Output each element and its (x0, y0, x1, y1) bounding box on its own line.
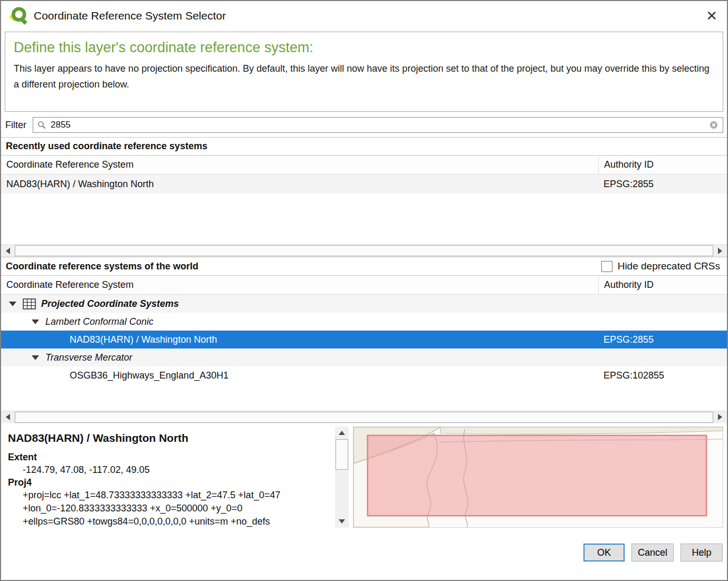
world-section-title: Coordinate reference systems of the worl… (6, 261, 198, 272)
grid-icon (23, 298, 36, 309)
scroll-right-icon[interactable] (713, 245, 727, 257)
recent-col-crs: Coordinate Reference System (1, 156, 598, 174)
proj4-line: +lon_0=-120.8333333333333 +x_0=500000 +y… (7, 502, 332, 515)
dialog-button-row: OK Cancel Help (1, 528, 727, 580)
tree-group-transverse-mercator[interactable]: Transverse Mercator (1, 348, 727, 366)
recent-col-authority: Authority ID (598, 156, 727, 174)
define-crs-heading: Define this layer's coordinate reference… (14, 40, 714, 56)
world-table-empty-area (1, 384, 727, 411)
bottom-panel: NAD83(HARN) / Washington North Extent -1… (5, 427, 723, 528)
scroll-down-icon[interactable] (335, 515, 349, 528)
scroll-right-icon[interactable] (713, 411, 727, 423)
world-horizontal-scrollbar[interactable] (1, 411, 727, 423)
tree-row-nad83-harn-washington-north[interactable]: NAD83(HARN) / Washington North EPSG:2855 (1, 331, 727, 348)
extent-preview-map (353, 427, 723, 528)
tree-group-projected-coordinate-systems[interactable]: Projected Coordinate Systems (1, 295, 727, 313)
cancel-button[interactable]: Cancel (631, 544, 674, 561)
filter-input-container[interactable] (33, 117, 723, 133)
extent-rectangle (368, 435, 706, 515)
scroll-left-icon[interactable] (1, 245, 15, 257)
chevron-down-icon[interactable] (32, 355, 39, 360)
extent-label: Extent (8, 452, 332, 463)
world-table-header: Coordinate Reference System Authority ID (1, 276, 727, 295)
clear-filter-icon[interactable] (709, 120, 719, 130)
chevron-down-icon[interactable] (32, 319, 39, 324)
crs-selector-dialog: Coordinate Reference System Selector ✕ D… (0, 0, 728, 581)
recent-crs-row[interactable]: NAD83(HARN) / Washington North EPSG:2855 (1, 175, 727, 193)
world-section-bar: Coordinate reference systems of the worl… (1, 257, 727, 276)
scroll-left-icon[interactable] (1, 411, 15, 423)
proj4-line: +proj=lcc +lat_1=48.73333333333333 +lat_… (7, 489, 332, 502)
search-icon (37, 121, 46, 129)
details-vertical-scrollbar[interactable] (335, 427, 349, 528)
proj4-line: +ellps=GRS80 +towgs84=0,0,0,0,0,0,0 +uni… (7, 515, 332, 528)
filter-label: Filter (5, 120, 26, 131)
recent-table-header: Coordinate Reference System Authority ID (1, 156, 727, 175)
header-description: This layer appears to have no projection… (14, 61, 714, 92)
window-title: Coordinate Reference System Selector (34, 9, 226, 22)
details-crs-name: NAD83(HARN) / Washington North (8, 432, 332, 444)
ok-button[interactable]: OK (583, 544, 625, 561)
recent-scrollbar-thumb[interactable] (15, 245, 713, 256)
world-scrollbar-thumb[interactable] (15, 412, 713, 423)
header-message-box: Define this layer's coordinate reference… (5, 32, 723, 112)
proj4-label: Proj4 (8, 477, 332, 488)
tree-row-osgb36-highways-england[interactable]: OSGB36_Highways_England_A30H1 EPSG:10285… (1, 366, 727, 384)
world-col-crs: Coordinate Reference System (1, 276, 598, 294)
recent-horizontal-scrollbar[interactable] (1, 244, 727, 257)
details-scrollbar-thumb[interactable] (336, 439, 348, 470)
recent-table-empty-area (1, 193, 727, 244)
hide-deprecated-group: Hide deprecated CRSs (601, 260, 722, 272)
chevron-down-icon[interactable] (9, 302, 16, 306)
hide-deprecated-checkbox[interactable] (601, 261, 612, 272)
world-col-authority: Authority ID (598, 276, 727, 294)
close-icon[interactable]: ✕ (706, 9, 717, 23)
recent-section-title: Recently used coordinate reference syste… (1, 137, 727, 156)
qgis-logo-icon (7, 6, 27, 26)
crs-details-pane: NAD83(HARN) / Washington North Extent -1… (5, 427, 335, 528)
extent-value: -124.79, 47.08, -117.02, 49.05 (7, 463, 332, 477)
filter-input[interactable] (50, 119, 705, 131)
hide-deprecated-label: Hide deprecated CRSs (618, 260, 720, 272)
titlebar: Coordinate Reference System Selector ✕ (1, 1, 727, 31)
help-button[interactable]: Help (681, 544, 723, 561)
scroll-up-icon[interactable] (335, 427, 349, 439)
filter-row: Filter (1, 117, 727, 137)
tree-group-lambert-conformal-conic[interactable]: Lambert Conformal Conic (1, 313, 727, 331)
